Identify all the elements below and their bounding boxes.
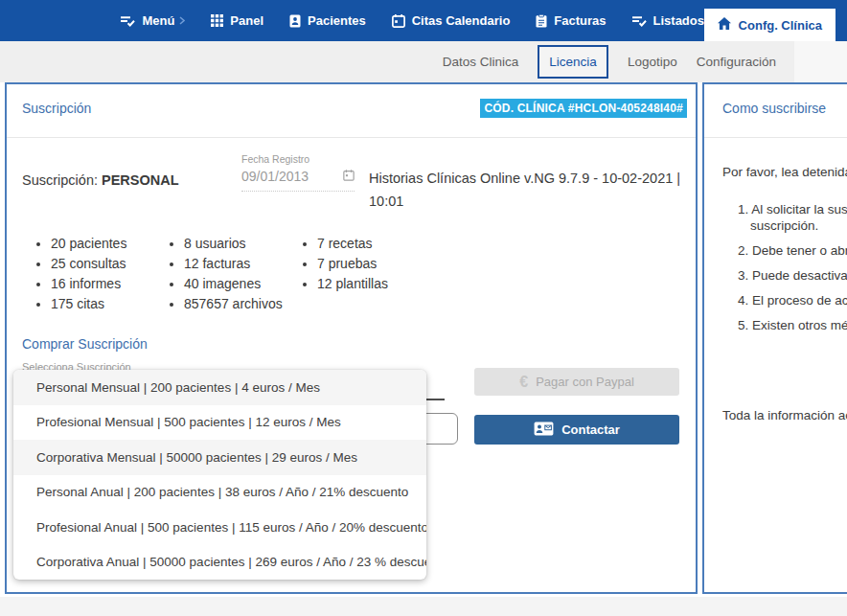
plan-label: Suscripción: (22, 172, 98, 188)
plan-value: PERSONAL (102, 172, 179, 188)
patients-icon (289, 14, 301, 28)
sidebar-intro-text: Por favor, lea detenidam (722, 165, 847, 179)
contact-button-label: Contactar (561, 422, 620, 437)
panel-divider (704, 137, 847, 138)
subscription-title: Suscripción (22, 101, 91, 116)
top-navbar: Menú Panel Pacientes Citas Calendario Fa… (0, 0, 847, 41)
nav-item-pacientes[interactable]: Pacientes (289, 13, 366, 28)
calendar-icon (392, 14, 405, 28)
grid-icon (211, 14, 223, 27)
chevron-right-icon (179, 16, 185, 25)
usage-item: 175 citas (51, 294, 169, 314)
usage-item: 12 plantillas (317, 274, 388, 294)
list-check-icon (632, 15, 647, 27)
nav-item-label: Listados (653, 13, 704, 28)
usage-item: 857657 archivos (184, 294, 302, 314)
usage-item: 7 recetas (317, 234, 388, 254)
nav-item-menu[interactable]: Menú (121, 13, 185, 28)
nav-item-facturas[interactable]: Facturas (536, 13, 606, 28)
how-to-subscribe-title: Como suscribirse (722, 101, 826, 116)
contact-card-icon (534, 422, 554, 439)
nav-item-confg-clinica[interactable]: Confg. Clínica (704, 9, 836, 41)
usage-item: 40 imagenes (184, 274, 302, 294)
how-to-subscribe-panel: Como suscribirse Por favor, lea detenida… (702, 82, 847, 594)
plan-line: Suscripción: PERSONAL (22, 172, 179, 188)
section-tabbar: Datos Clinica Licencia Logotipo Configur… (0, 41, 847, 82)
tab-configuracion[interactable]: Configuración (697, 55, 776, 69)
dropdown-option[interactable]: Corporativa Anual | 50000 pacientes | 26… (13, 545, 426, 581)
home-icon (718, 17, 731, 33)
nav-item-label: Menú (142, 13, 174, 28)
euro-icon: € (519, 374, 528, 391)
nav-item-label: Facturas (554, 13, 606, 28)
paypal-button[interactable]: € Pagar con Paypal (474, 368, 679, 396)
menu-list-icon (121, 15, 135, 27)
usage-item: 20 pacientes (51, 234, 169, 254)
usage-column-3: 7 recetas 7 pruebas 12 plantillas (302, 234, 388, 314)
register-date-value: 09/01/2013 (241, 169, 309, 184)
sidebar-step-1: 1. Al solicitar la susc suscripción. (738, 201, 847, 234)
clinic-code-badge: CÓD. CLÍNICA #HCLON-405248I40# (480, 99, 687, 118)
nav-item-label: Citas Calendario (412, 13, 511, 28)
page-footer (0, 597, 847, 616)
sidebar-step-5: 5. Existen otros mét (738, 317, 847, 333)
usage-item: 25 consultas (51, 254, 169, 274)
usage-item: 8 usuarios (184, 234, 302, 254)
tab-licencia[interactable]: Licencia (538, 45, 608, 79)
subscription-dropdown: Personal Mensual | 200 pacientes | 4 eur… (13, 370, 426, 580)
tab-logotipo[interactable]: Logotipo (628, 55, 677, 69)
sidebar-step-4: 4. El proceso de acti (738, 292, 847, 308)
dropdown-option[interactable]: Personal Mensual | 200 pacientes | 4 eur… (13, 370, 426, 405)
sidebar-footer-note: Toda la información actu (722, 408, 847, 422)
app-window: Menú Panel Pacientes Citas Calendario Fa… (0, 0, 847, 616)
invoices-icon (536, 14, 547, 28)
nav-item-citas-calendario[interactable]: Citas Calendario (392, 13, 511, 28)
usage-item: 12 facturas (184, 254, 302, 274)
register-date-field[interactable]: Fecha Registro 09/01/2013 (241, 153, 355, 192)
tabs: Datos Clinica Licencia Logotipo Configur… (443, 41, 776, 82)
nav-item-label: Pacientes (308, 13, 366, 28)
nav-items: Menú Panel Pacientes Citas Calendario Fa… (121, 0, 715, 41)
app-version-info: Historias Clínicas Online v.NG 9.7.9 - 1… (369, 167, 689, 213)
dropdown-option[interactable]: Personal Anual | 200 pacientes | 38 euro… (13, 475, 426, 511)
paypal-button-label: Pagar con Paypal (536, 375, 634, 389)
dropdown-option[interactable]: Profesional Mensual | 500 pacientes | 12… (13, 405, 426, 441)
usage-column-1: 20 pacientes 25 consultas 16 informes 17… (35, 234, 169, 314)
dropdown-option[interactable]: Profesional Anual | 500 pacientes | 115 … (13, 510, 426, 545)
usage-column-2: 8 usuarios 12 facturas 40 imagenes 85765… (169, 234, 302, 314)
register-date-label: Fecha Registro (241, 153, 355, 165)
contact-button[interactable]: Contactar (474, 415, 679, 445)
nav-item-listados[interactable]: Listados (632, 13, 715, 28)
buy-subscription-title: Comprar Suscripción (22, 336, 148, 352)
dropdown-option[interactable]: Corporativa Mensual | 50000 pacientes | … (13, 440, 426, 475)
usage-item: 16 informes (51, 274, 169, 294)
tab-datos-clinica[interactable]: Datos Clinica (443, 55, 519, 69)
sidebar-step-3: 3. Puede desactivar (738, 267, 847, 284)
sidebar-step-2: 2. Debe tener o abrir (738, 242, 847, 259)
nav-item-label: Confg. Clínica (739, 18, 822, 33)
nav-item-label: Panel (230, 13, 263, 28)
nav-item-panel[interactable]: Panel (211, 13, 263, 28)
calendar-small-icon (343, 168, 355, 185)
usage-limits-lists: 20 pacientes 25 consultas 16 informes 17… (35, 234, 388, 314)
tabbar-light-block (794, 41, 847, 82)
panel-divider (7, 137, 696, 138)
sidebar-steps-list: 1. Al solicitar la susc suscripción. 2. … (738, 201, 847, 342)
subscription-panel: Suscripción CÓD. CLÍNICA #HCLON-405248I4… (5, 82, 698, 594)
usage-item: 7 pruebas (317, 254, 388, 274)
